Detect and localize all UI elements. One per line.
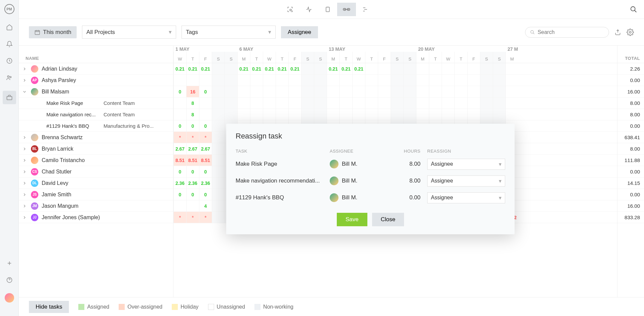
workload-cell[interactable] <box>212 155 225 166</box>
workload-cell[interactable] <box>378 97 391 109</box>
workload-cell[interactable] <box>454 97 467 109</box>
expand-chevron-icon[interactable] <box>22 192 28 198</box>
workload-cell[interactable] <box>506 86 518 97</box>
workload-cell[interactable] <box>237 97 250 109</box>
briefcase-icon[interactable] <box>3 91 16 104</box>
workload-cell[interactable] <box>225 97 237 109</box>
assignee-button[interactable]: Assignee <box>281 26 318 38</box>
workload-cell[interactable]: 0.21 <box>339 63 352 74</box>
workload-cell[interactable] <box>416 109 429 120</box>
workload-cell[interactable] <box>365 86 378 97</box>
projects-dropdown[interactable]: All Projects ▾ <box>82 26 176 39</box>
reassign-dropdown[interactable]: Assignee▾ <box>427 192 505 203</box>
hide-tasks-button[interactable]: Hide tasks <box>29 301 69 313</box>
workload-cell[interactable] <box>276 75 288 86</box>
workload-cell[interactable]: * <box>186 212 199 223</box>
workload-cell[interactable]: 8.51 <box>173 155 186 166</box>
workload-cell[interactable] <box>442 109 454 120</box>
workload-cell[interactable]: 0.21 <box>276 63 288 74</box>
workload-cell[interactable] <box>173 109 186 120</box>
workload-cell[interactable] <box>212 132 225 143</box>
expand-chevron-icon[interactable] <box>22 157 28 163</box>
workload-cell[interactable] <box>403 75 416 86</box>
workload-cell[interactable] <box>212 200 225 211</box>
workload-cell[interactable]: 0.21 <box>263 63 276 74</box>
workload-cell[interactable] <box>250 86 263 97</box>
workload-cell[interactable]: 0 <box>186 189 199 200</box>
search-input-wrap[interactable] <box>525 27 609 38</box>
workload-cell[interactable] <box>301 109 314 120</box>
workload-cell[interactable] <box>225 63 237 74</box>
export-icon[interactable] <box>614 29 621 36</box>
workload-cell[interactable] <box>480 97 493 109</box>
workload-cell[interactable]: 2.67 <box>186 143 199 154</box>
workload-cell[interactable] <box>199 75 212 86</box>
workload-cell[interactable] <box>391 86 403 97</box>
workload-cell[interactable] <box>493 86 506 97</box>
workload-cell[interactable] <box>378 86 391 97</box>
workload-cell[interactable] <box>314 63 327 74</box>
workload-cell[interactable] <box>225 109 237 120</box>
workload-cell[interactable]: 2.67 <box>199 143 212 154</box>
workload-cell[interactable]: 0.21 <box>237 63 250 74</box>
workload-cell[interactable]: 0.21 <box>288 63 301 74</box>
workload-cell[interactable] <box>263 86 276 97</box>
workload-cell[interactable] <box>301 86 314 97</box>
workload-cell[interactable] <box>339 109 352 120</box>
workload-cell[interactable]: * <box>186 132 199 143</box>
workload-cell[interactable] <box>454 75 467 86</box>
workload-cell[interactable] <box>391 75 403 86</box>
workload-cell[interactable] <box>314 109 327 120</box>
workload-cell[interactable] <box>276 109 288 120</box>
bell-icon[interactable] <box>6 40 13 48</box>
workload-cell[interactable] <box>365 75 378 86</box>
workload-cell[interactable]: 8.51 <box>199 155 212 166</box>
workload-cell[interactable] <box>429 75 442 86</box>
clipboard-icon[interactable] <box>318 3 337 16</box>
expand-chevron-icon[interactable] <box>22 214 28 221</box>
workload-cell[interactable]: 8 <box>186 109 199 120</box>
workload-cell[interactable] <box>314 75 327 86</box>
workload-cell[interactable] <box>467 75 480 86</box>
expand-chevron-icon[interactable] <box>22 77 28 83</box>
workload-cell[interactable] <box>212 97 225 109</box>
workload-cell[interactable]: 0 <box>186 166 199 177</box>
workload-cell[interactable]: 0 <box>173 86 186 97</box>
workload-cell[interactable]: 0 <box>199 120 212 131</box>
workload-cell[interactable] <box>327 75 339 86</box>
workload-cell[interactable] <box>250 75 263 86</box>
workload-cell[interactable] <box>301 75 314 86</box>
workload-cell[interactable] <box>250 109 263 120</box>
workload-cell[interactable] <box>263 109 276 120</box>
expand-chevron-icon[interactable] <box>22 134 28 141</box>
workload-cell[interactable] <box>237 75 250 86</box>
plus-icon[interactable] <box>6 260 13 267</box>
workload-cell[interactable] <box>301 63 314 74</box>
workload-cell[interactable] <box>314 97 327 109</box>
workload-cell[interactable] <box>212 86 225 97</box>
workload-cell[interactable]: 0.21 <box>186 63 199 74</box>
workload-cell[interactable] <box>212 212 225 223</box>
workload-cell[interactable] <box>480 75 493 86</box>
workload-cell[interactable] <box>212 120 225 131</box>
workload-cell[interactable] <box>365 63 378 74</box>
workload-cell[interactable]: 0 <box>186 120 199 131</box>
workload-cell[interactable] <box>416 63 429 74</box>
reassign-dropdown[interactable]: Assignee▾ <box>427 159 505 170</box>
workload-cell[interactable] <box>212 143 225 154</box>
workload-cell[interactable] <box>327 86 339 97</box>
workload-cell[interactable]: 8.51 <box>186 155 199 166</box>
workload-cell[interactable] <box>288 75 301 86</box>
workload-cell[interactable] <box>212 109 225 120</box>
workload-cell[interactable] <box>493 97 506 109</box>
workload-cell[interactable] <box>263 97 276 109</box>
people-icon[interactable] <box>6 74 13 81</box>
workload-cell[interactable] <box>173 200 186 211</box>
workload-cell[interactable]: 0 <box>173 120 186 131</box>
workload-cell[interactable] <box>339 97 352 109</box>
workload-cell[interactable]: * <box>199 212 212 223</box>
workload-cell[interactable] <box>467 109 480 120</box>
workload-cell[interactable] <box>506 63 518 74</box>
workload-cell[interactable] <box>442 75 454 86</box>
workload-cell[interactable] <box>442 63 454 74</box>
